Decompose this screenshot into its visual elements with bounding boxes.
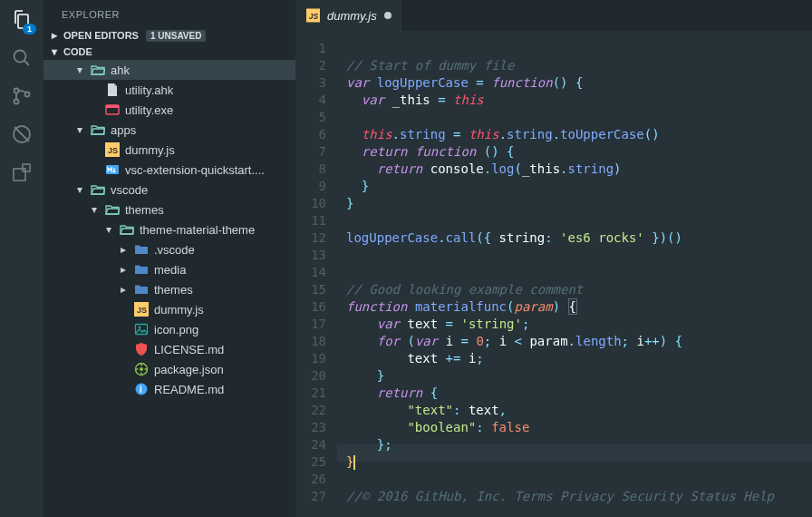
tree-folder[interactable]: ▾vscode (44, 180, 295, 200)
exe-icon (105, 102, 120, 117)
tree-file[interactable]: ▸vsc-extension-quickstart.... (44, 160, 295, 180)
file-tree: ▾ahk▸utility.ahk▸utility.exe▾apps▸JSdumm… (44, 60, 295, 517)
folder-icon (120, 222, 134, 237)
editor-body[interactable]: 1234567891011121314151617181920212223242… (295, 31, 812, 517)
folder-icon (134, 242, 149, 257)
explorer-icon[interactable]: 1 (11, 9, 33, 31)
tree-folder[interactable]: ▾ahk (44, 60, 295, 80)
tree-item-label: dummy.js (125, 143, 175, 157)
readme-icon: i (134, 382, 149, 396)
npm-icon (134, 362, 149, 376)
js-icon: JS (306, 9, 320, 23)
root-folder-label: CODE (63, 46, 92, 57)
folder-icon (91, 63, 105, 77)
chevron-down-icon: ▾ (74, 63, 85, 76)
tree-file[interactable]: ▸package.json (44, 359, 295, 379)
tree-file[interactable]: ▸JSdummy.js (44, 140, 295, 160)
tree-file[interactable]: ▸JSdummy.js (44, 299, 295, 319)
md-icon (105, 162, 120, 177)
activity-badge: 1 (23, 24, 36, 34)
svg-text:JS: JS (137, 306, 147, 315)
tree-item-label: utility.ahk (125, 83, 173, 97)
explorer-sidebar: EXPLORER ▸ OPEN EDITORS 1 UNSAVED ▾ CODE… (44, 0, 295, 517)
unsaved-badge: 1 UNSAVED (146, 30, 207, 42)
tree-item-label: ahk (111, 63, 130, 77)
svg-point-3 (25, 93, 30, 97)
svg-rect-5 (14, 169, 25, 180)
tree-item-label: icon.png (154, 323, 198, 337)
svg-point-15 (139, 327, 141, 329)
tree-item-label: media (154, 263, 186, 277)
tree-item-label: themes (154, 283, 193, 297)
chevron-right-icon: ▸ (118, 283, 129, 296)
svg-rect-6 (23, 164, 30, 171)
svg-text:JS: JS (108, 146, 118, 155)
tab-bar: JS dummy.js (295, 0, 812, 31)
folder-icon (134, 262, 149, 277)
extensions-icon[interactable] (11, 161, 33, 183)
chevron-right-icon: ▸ (49, 29, 60, 42)
chevron-down-icon: ▾ (49, 45, 60, 58)
tree-folder[interactable]: ▸media (44, 259, 295, 279)
tree-item-label: themes (125, 203, 164, 217)
tree-folder[interactable]: ▸.vscode (44, 239, 295, 259)
js-icon: JS (105, 142, 120, 157)
tree-item-label: vscode (111, 183, 148, 197)
folder-icon (91, 122, 105, 137)
tree-item-label: package.json (154, 363, 224, 376)
search-icon[interactable] (11, 47, 33, 69)
chevron-down-icon: ▾ (74, 183, 85, 196)
svg-point-17 (140, 367, 143, 371)
tree-file[interactable]: ▸icon.png (44, 319, 295, 339)
sidebar-title: EXPLORER (44, 0, 295, 27)
svg-point-0 (14, 51, 26, 63)
tree-file[interactable]: ▸utility.ahk (44, 80, 295, 100)
folder-icon (105, 202, 120, 217)
tree-folder[interactable]: ▾theme-material-theme (44, 219, 295, 239)
tree-folder[interactable]: ▸themes (44, 279, 295, 299)
chevron-right-icon: ▸ (118, 243, 129, 256)
tree-item-label: README.md (154, 383, 224, 396)
chevron-down-icon: ▾ (74, 123, 85, 136)
chevron-right-icon: ▸ (118, 263, 129, 276)
editor-area: JS dummy.js 1234567891011121314151617181… (295, 0, 812, 517)
tree-item-label: theme-material-theme (140, 223, 255, 237)
tree-item-label: LICENSE.md (154, 343, 224, 356)
js-icon: JS (134, 302, 149, 317)
license-icon (134, 342, 149, 356)
dirty-indicator-icon (384, 12, 392, 19)
chevron-down-icon: ▾ (89, 203, 100, 216)
tree-item-label: dummy.js (154, 303, 204, 317)
debug-icon[interactable] (11, 123, 33, 145)
line-gutter: 1234567891011121314151617181920212223242… (295, 31, 337, 517)
tree-item-label: vsc-extension-quickstart.... (125, 163, 265, 177)
tree-file[interactable]: ▸utility.exe (44, 100, 295, 120)
svg-rect-8 (106, 105, 119, 108)
open-editors-label: OPEN EDITORS (63, 30, 139, 41)
ahk-icon (105, 83, 120, 97)
svg-text:JS: JS (309, 12, 319, 21)
open-editors-header[interactable]: ▸ OPEN EDITORS 1 UNSAVED (44, 27, 295, 44)
activity-bar: 1 (0, 0, 44, 517)
tree-item-label: apps (111, 123, 136, 137)
tab-filename: dummy.js (327, 9, 377, 23)
tree-file[interactable]: ▸LICENSE.md (44, 339, 295, 359)
tree-file[interactable]: ▸iREADME.md (44, 379, 295, 399)
svg-text:i: i (140, 385, 142, 395)
folder-icon (91, 182, 105, 197)
source-control-icon[interactable] (11, 85, 33, 107)
tree-folder[interactable]: ▾apps (44, 120, 295, 140)
png-icon (134, 322, 149, 337)
chevron-down-icon: ▾ (103, 223, 114, 236)
tree-item-label: .vscode (154, 243, 195, 257)
svg-rect-14 (136, 325, 148, 335)
tab-dummy-js[interactable]: JS dummy.js (295, 0, 403, 31)
root-folder-header[interactable]: ▾ CODE (44, 44, 295, 60)
svg-point-1 (14, 89, 19, 93)
tree-item-label: utility.exe (125, 103, 173, 117)
tree-folder[interactable]: ▾themes (44, 200, 295, 219)
code-content[interactable]: // Start of dummy filevar logUpperCase =… (337, 31, 812, 517)
folder-icon (134, 282, 149, 297)
svg-point-2 (14, 100, 19, 104)
